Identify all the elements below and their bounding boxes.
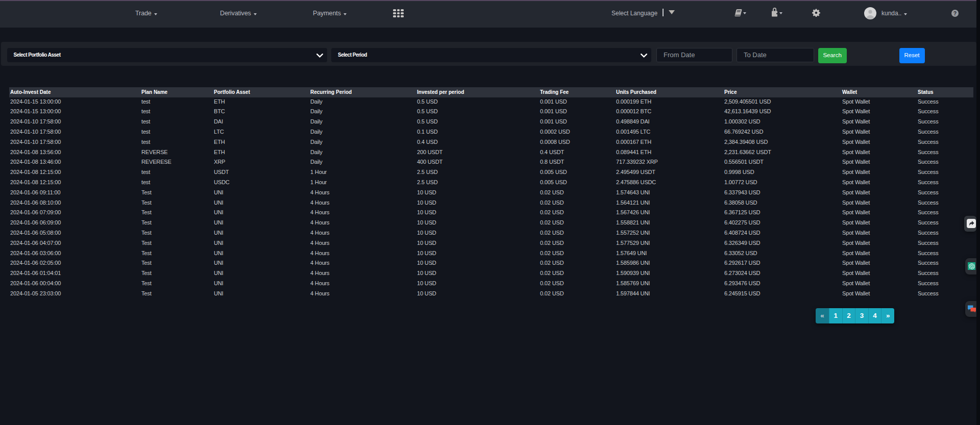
svg-text:?: ?: [953, 10, 957, 16]
